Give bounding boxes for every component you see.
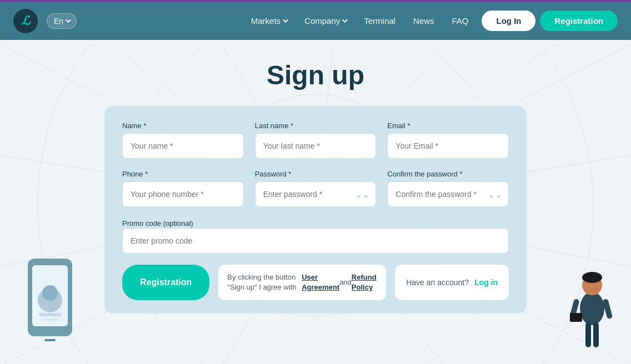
password-input-wrapper: ⌄⌄ <box>255 181 377 207</box>
nav-links: Markets Company Terminal News FAQ <box>251 16 469 26</box>
lastname-input[interactable] <box>255 133 377 159</box>
promo-group: Promo code (optional) <box>122 218 509 254</box>
svg-rect-29 <box>593 322 599 347</box>
lastname-group: Last name * <box>255 122 377 159</box>
name-group: Name * <box>122 122 244 159</box>
logo-letter: ℒ <box>21 14 30 28</box>
svg-rect-24 <box>44 339 56 341</box>
phone-group: Phone * <box>122 170 244 207</box>
svg-rect-23 <box>42 318 58 321</box>
chevron-down-icon <box>283 17 288 23</box>
chevron-down-icon <box>342 17 348 23</box>
phone-input[interactable] <box>122 181 244 207</box>
nav-markets[interactable]: Markets <box>251 16 287 26</box>
password-group: Password * ⌄⌄ <box>255 170 377 207</box>
name-label: Name * <box>122 122 244 130</box>
navbar: ℒ En Markets Company Terminal News FAQ L… <box>0 0 631 40</box>
nav-actions: Log In Registration <box>482 11 618 31</box>
confirm-input-wrapper: ⌄⌄ <box>387 181 509 207</box>
phone-label: Phone * <box>122 170 244 178</box>
confirm-label: Confirm the password * <box>387 170 509 178</box>
logo[interactable]: ℒ <box>13 9 38 33</box>
terms-mid: and <box>339 277 352 287</box>
svg-rect-32 <box>570 313 582 322</box>
page-title: Sign up <box>267 60 364 90</box>
promo-input[interactable] <box>122 228 509 254</box>
language-selector[interactable]: En <box>47 13 77 29</box>
email-input[interactable] <box>387 133 509 159</box>
password-label: Password * <box>255 170 377 178</box>
email-label: Email * <box>387 122 509 130</box>
nav-faq[interactable]: FAQ <box>452 16 468 26</box>
login-link[interactable]: Log in <box>474 278 498 287</box>
svg-rect-28 <box>585 322 591 347</box>
nav-terminal[interactable]: Terminal <box>364 16 395 26</box>
login-button[interactable]: Log In <box>482 11 535 31</box>
refund-policy-link[interactable]: Refund Policy <box>352 272 377 292</box>
eye-icon-confirm[interactable]: ⌄⌄ <box>488 189 502 200</box>
email-group: Email * <box>387 122 509 159</box>
eye-icon[interactable]: ⌄⌄ <box>355 189 369 200</box>
lang-label: En <box>54 17 63 26</box>
form-row-2: Phone * Password * ⌄⌄ Confirm the passwo… <box>122 170 509 207</box>
confirm-group: Confirm the password * ⌄⌄ <box>387 170 509 207</box>
signup-form-card: Name * Last name * Email * Phone * Passw… <box>104 106 527 314</box>
user-agreement-link[interactable]: User Agreement <box>302 272 339 292</box>
have-account-box: Have an account? Log in <box>395 265 509 300</box>
name-input[interactable] <box>122 133 244 159</box>
terms-before: By clicking the button "Sign up" I agree… <box>227 272 302 292</box>
register-button[interactable]: Registration <box>540 11 618 31</box>
promo-label: Promo code (optional) <box>122 219 193 228</box>
form-bottom: Registration By clicking the button "Sig… <box>122 265 509 300</box>
nav-news[interactable]: News <box>413 16 434 26</box>
lastname-label: Last name * <box>255 122 377 130</box>
terms-text: By clicking the button "Sign up" I agree… <box>218 265 386 300</box>
chevron-down-icon <box>66 17 71 23</box>
submit-button[interactable]: Registration <box>122 265 209 300</box>
nav-company[interactable]: Company <box>304 16 346 26</box>
form-row-1: Name * Last name * Email * <box>122 122 509 159</box>
main-content: Sign up Name * Last name * Email * Phone… <box>0 40 631 314</box>
have-account-text: Have an account? <box>406 278 469 287</box>
